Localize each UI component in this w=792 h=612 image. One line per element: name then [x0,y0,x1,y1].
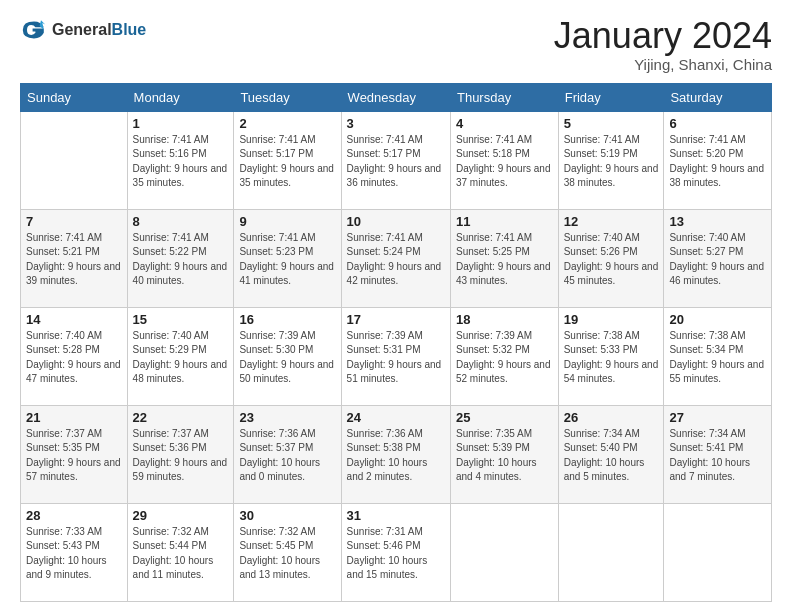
calendar-cell: 29Sunrise: 7:32 AM Sunset: 5:44 PM Dayli… [127,503,234,601]
calendar-week-row: 1Sunrise: 7:41 AM Sunset: 5:16 PM Daylig… [21,111,772,209]
day-number: 21 [26,410,122,425]
calendar-cell: 22Sunrise: 7:37 AM Sunset: 5:36 PM Dayli… [127,405,234,503]
calendar-cell: 26Sunrise: 7:34 AM Sunset: 5:40 PM Dayli… [558,405,664,503]
day-info: Sunrise: 7:34 AM Sunset: 5:41 PM Dayligh… [669,427,766,485]
weekday-header: Sunday [21,83,128,111]
day-number: 4 [456,116,553,131]
day-number: 26 [564,410,659,425]
calendar-cell: 8Sunrise: 7:41 AM Sunset: 5:22 PM Daylig… [127,209,234,307]
day-number: 13 [669,214,766,229]
day-number: 11 [456,214,553,229]
day-info: Sunrise: 7:40 AM Sunset: 5:29 PM Dayligh… [133,329,229,387]
header: GeneralBlue January 2024 Yijing, Shanxi,… [20,16,772,73]
calendar-cell: 30Sunrise: 7:32 AM Sunset: 5:45 PM Dayli… [234,503,341,601]
calendar-cell: 25Sunrise: 7:35 AM Sunset: 5:39 PM Dayli… [450,405,558,503]
day-number: 25 [456,410,553,425]
calendar-week-row: 7Sunrise: 7:41 AM Sunset: 5:21 PM Daylig… [21,209,772,307]
calendar-cell: 4Sunrise: 7:41 AM Sunset: 5:18 PM Daylig… [450,111,558,209]
calendar-cell: 9Sunrise: 7:41 AM Sunset: 5:23 PM Daylig… [234,209,341,307]
month-title: January 2024 [554,16,772,56]
logo: GeneralBlue [20,16,146,44]
day-info: Sunrise: 7:34 AM Sunset: 5:40 PM Dayligh… [564,427,659,485]
day-info: Sunrise: 7:37 AM Sunset: 5:35 PM Dayligh… [26,427,122,485]
calendar-cell [450,503,558,601]
day-info: Sunrise: 7:41 AM Sunset: 5:21 PM Dayligh… [26,231,122,289]
day-info: Sunrise: 7:40 AM Sunset: 5:27 PM Dayligh… [669,231,766,289]
day-number: 20 [669,312,766,327]
day-number: 18 [456,312,553,327]
calendar-cell [664,503,772,601]
calendar-cell: 20Sunrise: 7:38 AM Sunset: 5:34 PM Dayli… [664,307,772,405]
day-number: 16 [239,312,335,327]
calendar-body: 1Sunrise: 7:41 AM Sunset: 5:16 PM Daylig… [21,111,772,601]
weekday-header-row: SundayMondayTuesdayWednesdayThursdayFrid… [21,83,772,111]
calendar-cell: 13Sunrise: 7:40 AM Sunset: 5:27 PM Dayli… [664,209,772,307]
day-number: 3 [347,116,445,131]
calendar-cell: 19Sunrise: 7:38 AM Sunset: 5:33 PM Dayli… [558,307,664,405]
calendar-cell: 24Sunrise: 7:36 AM Sunset: 5:38 PM Dayli… [341,405,450,503]
calendar-cell: 28Sunrise: 7:33 AM Sunset: 5:43 PM Dayli… [21,503,128,601]
day-info: Sunrise: 7:41 AM Sunset: 5:18 PM Dayligh… [456,133,553,191]
day-number: 24 [347,410,445,425]
day-number: 30 [239,508,335,523]
day-info: Sunrise: 7:40 AM Sunset: 5:28 PM Dayligh… [26,329,122,387]
day-number: 5 [564,116,659,131]
calendar-cell: 17Sunrise: 7:39 AM Sunset: 5:31 PM Dayli… [341,307,450,405]
day-number: 14 [26,312,122,327]
calendar-cell: 10Sunrise: 7:41 AM Sunset: 5:24 PM Dayli… [341,209,450,307]
day-info: Sunrise: 7:39 AM Sunset: 5:32 PM Dayligh… [456,329,553,387]
calendar-cell: 5Sunrise: 7:41 AM Sunset: 5:19 PM Daylig… [558,111,664,209]
day-number: 29 [133,508,229,523]
weekday-header: Thursday [450,83,558,111]
weekday-header: Saturday [664,83,772,111]
calendar-cell: 1Sunrise: 7:41 AM Sunset: 5:16 PM Daylig… [127,111,234,209]
day-info: Sunrise: 7:41 AM Sunset: 5:22 PM Dayligh… [133,231,229,289]
day-info: Sunrise: 7:36 AM Sunset: 5:37 PM Dayligh… [239,427,335,485]
calendar-cell: 14Sunrise: 7:40 AM Sunset: 5:28 PM Dayli… [21,307,128,405]
day-info: Sunrise: 7:41 AM Sunset: 5:17 PM Dayligh… [239,133,335,191]
calendar-cell: 12Sunrise: 7:40 AM Sunset: 5:26 PM Dayli… [558,209,664,307]
day-info: Sunrise: 7:38 AM Sunset: 5:34 PM Dayligh… [669,329,766,387]
day-number: 9 [239,214,335,229]
calendar-cell: 2Sunrise: 7:41 AM Sunset: 5:17 PM Daylig… [234,111,341,209]
day-number: 8 [133,214,229,229]
day-number: 2 [239,116,335,131]
calendar-cell: 18Sunrise: 7:39 AM Sunset: 5:32 PM Dayli… [450,307,558,405]
day-info: Sunrise: 7:37 AM Sunset: 5:36 PM Dayligh… [133,427,229,485]
day-info: Sunrise: 7:41 AM Sunset: 5:16 PM Dayligh… [133,133,229,191]
calendar-cell: 31Sunrise: 7:31 AM Sunset: 5:46 PM Dayli… [341,503,450,601]
day-info: Sunrise: 7:32 AM Sunset: 5:44 PM Dayligh… [133,525,229,583]
calendar-cell: 11Sunrise: 7:41 AM Sunset: 5:25 PM Dayli… [450,209,558,307]
day-number: 31 [347,508,445,523]
weekday-header: Tuesday [234,83,341,111]
day-number: 7 [26,214,122,229]
logo-icon [20,16,48,44]
day-number: 12 [564,214,659,229]
day-info: Sunrise: 7:35 AM Sunset: 5:39 PM Dayligh… [456,427,553,485]
day-info: Sunrise: 7:38 AM Sunset: 5:33 PM Dayligh… [564,329,659,387]
day-info: Sunrise: 7:39 AM Sunset: 5:31 PM Dayligh… [347,329,445,387]
calendar-cell: 3Sunrise: 7:41 AM Sunset: 5:17 PM Daylig… [341,111,450,209]
calendar-cell: 16Sunrise: 7:39 AM Sunset: 5:30 PM Dayli… [234,307,341,405]
calendar-cell: 27Sunrise: 7:34 AM Sunset: 5:41 PM Dayli… [664,405,772,503]
day-info: Sunrise: 7:33 AM Sunset: 5:43 PM Dayligh… [26,525,122,583]
day-number: 1 [133,116,229,131]
day-info: Sunrise: 7:41 AM Sunset: 5:25 PM Dayligh… [456,231,553,289]
day-number: 23 [239,410,335,425]
calendar-cell: 6Sunrise: 7:41 AM Sunset: 5:20 PM Daylig… [664,111,772,209]
day-info: Sunrise: 7:41 AM Sunset: 5:19 PM Dayligh… [564,133,659,191]
day-number: 28 [26,508,122,523]
calendar-week-row: 28Sunrise: 7:33 AM Sunset: 5:43 PM Dayli… [21,503,772,601]
day-info: Sunrise: 7:39 AM Sunset: 5:30 PM Dayligh… [239,329,335,387]
day-info: Sunrise: 7:32 AM Sunset: 5:45 PM Dayligh… [239,525,335,583]
day-info: Sunrise: 7:40 AM Sunset: 5:26 PM Dayligh… [564,231,659,289]
day-info: Sunrise: 7:36 AM Sunset: 5:38 PM Dayligh… [347,427,445,485]
calendar-cell: 23Sunrise: 7:36 AM Sunset: 5:37 PM Dayli… [234,405,341,503]
calendar-cell: 7Sunrise: 7:41 AM Sunset: 5:21 PM Daylig… [21,209,128,307]
calendar-week-row: 14Sunrise: 7:40 AM Sunset: 5:28 PM Dayli… [21,307,772,405]
weekday-header: Friday [558,83,664,111]
day-number: 15 [133,312,229,327]
day-info: Sunrise: 7:41 AM Sunset: 5:17 PM Dayligh… [347,133,445,191]
day-info: Sunrise: 7:41 AM Sunset: 5:24 PM Dayligh… [347,231,445,289]
calendar-table: SundayMondayTuesdayWednesdayThursdayFrid… [20,83,772,602]
